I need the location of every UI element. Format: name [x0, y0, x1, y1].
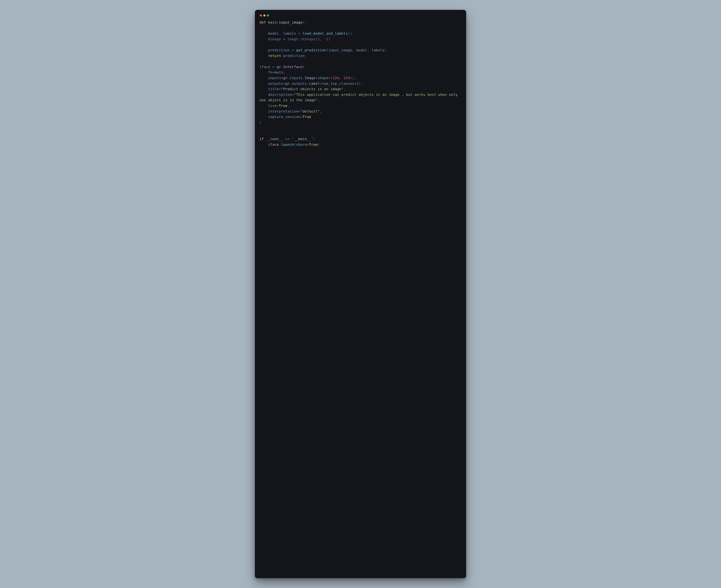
- id-prediction: prediction: [268, 48, 289, 52]
- sym-eq: =: [298, 109, 300, 113]
- kw-if: if: [259, 137, 264, 141]
- sym-close: ): [359, 81, 361, 86]
- str-default: "default": [300, 109, 320, 113]
- sym-eq: =: [277, 104, 279, 108]
- kw-share: share: [296, 143, 307, 147]
- sym-comma: ,: [367, 48, 369, 52]
- param-input-image: input_image: [279, 20, 303, 24]
- kw-shape: shape: [318, 76, 328, 80]
- arg-input-image: input_image: [328, 48, 352, 52]
- mod-gr: gr: [277, 65, 281, 69]
- num-224b: 224: [344, 76, 350, 80]
- kw-fn: fn: [268, 70, 272, 75]
- sym-eq: =: [292, 92, 294, 97]
- sym-eq: =: [272, 70, 275, 75]
- bool-true-live: True: [279, 104, 287, 108]
- code-block: def main(input_image): model, labels = l…: [259, 20, 462, 148]
- kw-return: return: [268, 54, 281, 58]
- id-iface: iface: [259, 65, 270, 69]
- sym-close: ): [350, 76, 352, 80]
- sym-dot: .: [307, 81, 309, 86]
- sym-close: ): [350, 31, 352, 36]
- sym-comma: ,: [352, 48, 354, 52]
- sym-open: (: [320, 81, 322, 86]
- sym-eq: =: [298, 31, 300, 36]
- sub-inputs: inputs: [289, 76, 302, 80]
- cls-label: Label: [309, 81, 320, 86]
- ret-prediction: prediction: [283, 54, 305, 58]
- str-title: "Predict objects in an image": [281, 87, 343, 91]
- sym-dot: .: [279, 143, 281, 147]
- sym-eq: =: [328, 76, 331, 80]
- sym-colon: :: [313, 137, 316, 141]
- arg-labels: labels: [372, 48, 384, 52]
- sym-eq: =: [292, 48, 294, 52]
- cls-image: Image: [305, 76, 316, 80]
- sym-eq: =: [300, 114, 303, 119]
- traffic-minimize-icon[interactable]: [263, 15, 265, 17]
- fn-load: load_model_and_labels: [303, 31, 348, 36]
- id-name: __name__: [266, 137, 283, 141]
- sym-open: (: [303, 65, 305, 69]
- kw-capture-session: capture_session: [268, 114, 300, 119]
- fn-launch: launch: [281, 143, 294, 147]
- sym-eq: =: [279, 87, 281, 91]
- sym-eq: =: [281, 76, 283, 80]
- sym-comma: ,: [287, 104, 289, 108]
- sym-eqeq: ==: [285, 137, 289, 141]
- sym-eq: =: [354, 81, 357, 86]
- sym-close: ): [384, 48, 386, 52]
- mod-gr-2: gr: [283, 76, 287, 80]
- sym-comma: ,: [318, 98, 320, 102]
- sym-colon: :: [305, 20, 307, 24]
- bool-true-share: True: [309, 143, 318, 147]
- sym-comma: ,: [279, 31, 281, 36]
- sym-open: (: [277, 20, 279, 24]
- sym-dot: .: [287, 76, 289, 80]
- fn-get-prediction: get_prediction: [296, 48, 326, 52]
- traffic-zoom-icon[interactable]: [267, 15, 269, 17]
- sym-open: (: [326, 48, 328, 52]
- window-traffic-lights: [259, 14, 462, 20]
- str-main: '__main__': [292, 137, 313, 141]
- sym-comma: ,: [343, 87, 345, 91]
- num-224a: 224: [333, 76, 339, 80]
- id-iface-call: iface: [268, 143, 279, 147]
- mod-gr-3: gr: [285, 81, 289, 86]
- fn-main: main: [268, 20, 277, 24]
- sym-close: ): [303, 20, 305, 24]
- sym-comma: ,: [354, 76, 357, 80]
- sub-outputs: outputs: [292, 81, 307, 86]
- sym-open: (: [316, 76, 318, 80]
- sym-open: (: [331, 76, 333, 80]
- bool-true-capture: True: [303, 114, 311, 119]
- code-window: def main(input_image): model, labels = l…: [255, 10, 466, 578]
- sym-open: (: [294, 143, 296, 147]
- sym-dot: .: [303, 76, 305, 80]
- sym-close: ): [318, 143, 320, 147]
- sym-open: (: [348, 31, 350, 36]
- traffic-close-icon[interactable]: [260, 15, 262, 17]
- kw-title: title: [268, 87, 279, 91]
- sym-eq: =: [307, 143, 309, 147]
- arg-main: main: [275, 70, 283, 75]
- kw-inputs: inputs: [268, 76, 281, 80]
- sym-eq: =: [283, 81, 285, 86]
- sym-eq: =: [272, 65, 275, 69]
- kw-ntc: num_top_classes: [322, 81, 354, 86]
- sym-close: ): [259, 120, 262, 125]
- sym-close: ): [352, 76, 354, 80]
- kw-live: live: [268, 104, 277, 108]
- kw-outputs: outputs: [268, 81, 283, 86]
- kw-description: description: [268, 92, 292, 97]
- kw-def: def: [259, 20, 266, 24]
- sym-comma: ,: [283, 70, 285, 75]
- sym-dot: .: [289, 81, 292, 86]
- sym-dot: .: [281, 65, 283, 69]
- arg-model: model: [357, 48, 367, 52]
- sym-comma: ,: [339, 76, 341, 80]
- sym-comma: ,: [320, 109, 322, 113]
- comment-reshape: #image = image.reshape(1, -1): [268, 37, 331, 41]
- cls-interface: Interface: [283, 65, 303, 69]
- num-1: 1: [357, 81, 359, 86]
